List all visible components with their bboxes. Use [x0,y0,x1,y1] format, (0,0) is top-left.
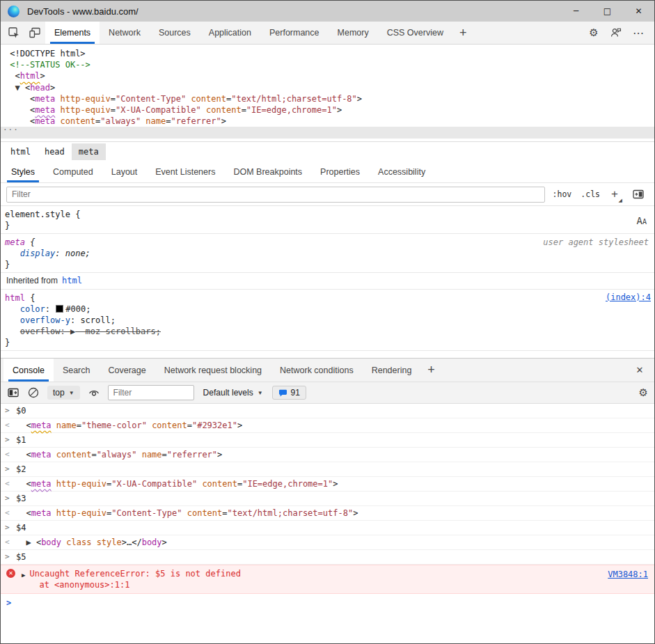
live-expression-eye-icon[interactable] [88,386,100,399]
console-command: $4 [16,522,26,533]
node-more-actions-icon[interactable]: ··· [3,125,19,136]
breadcrumb-html[interactable]: html [3,143,38,160]
dom-node-meta-content-type[interactable]: <meta http-equiv="Content-Type" content=… [1,93,654,104]
console-error-row[interactable]: ✕ ▶ Uncaught ReferenceError: $5 is not d… [1,565,654,594]
tab-memory[interactable]: Memory [329,22,378,44]
console-output-row[interactable]: < <meta name="theme-color" content="#293… [1,418,654,433]
console-sidebar-toggle-icon[interactable] [7,386,19,399]
console-result: <meta content="always" name="referrer"> [16,449,222,460]
dom-node-meta-theme-color-selected[interactable]: ··· <meta name="theme-color" content="#2… [1,127,654,138]
font-editor-icon[interactable]: AA [637,217,647,226]
console-command: $3 [16,493,26,504]
prompt-chevron-icon: > [6,597,11,608]
more-options-icon[interactable]: ⋯ [628,26,649,40]
styles-filter-input[interactable] [6,187,545,203]
settings-gear-icon[interactable]: ⚙ [583,26,604,39]
dom-node-meta-xua[interactable]: <meta http-equiv="X-UA-Compatible" conte… [1,104,654,116]
device-toolbar-icon[interactable] [24,22,45,44]
error-line-2: at <anonymous>:1:1 [29,579,240,590]
close-drawer-icon[interactable]: ✕ [628,359,652,382]
console-input-row[interactable]: >$3 [1,492,654,506]
console-filter-input[interactable] [108,385,194,400]
tab-search[interactable]: Search [54,359,100,382]
console-input-row[interactable]: >$5 [1,550,654,565]
styles-pane: element.style { } AA user agent styleshe… [1,206,654,351]
css-rule-line: display: none; [5,248,654,259]
tab-network-conditions[interactable]: Network conditions [271,359,363,382]
dom-node-head[interactable]: ▼ <head> [1,82,654,93]
add-tab-icon[interactable]: + [452,22,474,44]
console-output-row[interactable]: < <meta http-equiv="Content-Type" conten… [1,506,654,521]
element-class-toggle[interactable]: .cls [579,188,601,201]
console-output-row[interactable]: < <meta http-equiv="X-UA-Compatible" con… [1,477,654,492]
error-source-link[interactable]: VM3848:1 [608,569,648,580]
clear-console-icon[interactable] [27,386,40,399]
console-input-row[interactable]: >$0 [1,404,654,418]
dom-node-comment[interactable]: <!--STATUS OK--> [1,59,654,70]
javascript-context-dropdown[interactable]: top ▼ [47,386,80,400]
console-input-row[interactable]: >$1 [1,433,654,448]
html-style-section[interactable]: (index):4 html { color: #000; overflow-y… [1,290,654,351]
input-chevron-icon: > [5,493,16,504]
css-rule-line: html { [5,292,654,304]
tab-dom-breakpoints[interactable]: DOM Breakpoints [224,162,311,182]
tab-network-request-blocking[interactable]: Network request blocking [155,359,271,382]
dom-node-html[interactable]: <html> [1,70,654,81]
user-agent-style-section[interactable]: user agent stylesheet meta { display: no… [1,234,654,273]
element-style-section[interactable]: element.style { } AA [1,206,654,234]
console-input-row[interactable]: >$2 [1,462,654,477]
tab-event-listeners[interactable]: Event Listeners [146,162,224,182]
add-drawer-tab-icon[interactable]: + [420,359,442,382]
output-chevron-icon: < [5,449,16,460]
tab-computed[interactable]: Computed [44,162,102,182]
tab-styles[interactable]: Styles [2,162,44,182]
input-chevron-icon: > [5,551,16,563]
tab-layout[interactable]: Layout [102,162,147,182]
tab-performance[interactable]: Performance [260,22,329,44]
console-result: <meta http-equiv="Content-Type" content=… [16,508,358,519]
console-result: <meta name="theme-color" content="#2932e… [16,420,242,431]
tab-coverage[interactable]: Coverage [99,359,155,382]
tab-rendering[interactable]: Rendering [363,359,421,382]
stylesheet-source-link[interactable]: (index):4 [606,292,651,302]
breadcrumb-meta[interactable]: meta [72,143,106,160]
expand-triangle-icon[interactable]: ▶ [22,570,25,581]
tab-elements[interactable]: Elements [45,22,100,44]
tab-sources[interactable]: Sources [150,22,200,44]
inspect-element-icon[interactable] [3,22,24,44]
console-input-row[interactable]: >$4 [1,521,654,535]
console-command: $1 [16,434,26,446]
inherited-from-link[interactable]: html [62,276,82,285]
maximize-button[interactable]: □ [592,1,623,22]
css-rule-line: overflow-y: scroll; [5,315,654,326]
inherited-from-label: Inherited from [6,276,58,285]
chevron-down-icon: ▼ [69,390,74,396]
close-button[interactable]: ✕ [623,1,654,22]
tab-network[interactable]: Network [100,22,150,44]
console-result: <meta http-equiv="X-UA-Compatible" conte… [16,478,338,489]
feedback-icon[interactable] [606,26,626,39]
tab-accessibility[interactable]: Accessibility [369,162,434,182]
breadcrumb-head[interactable]: head [38,143,72,160]
console-prompt-row[interactable]: > [1,594,654,612]
tab-console[interactable]: Console [3,359,54,382]
toggle-computed-sidebar-icon[interactable] [628,188,649,201]
tab-css-overview[interactable]: CSS Overview [378,22,452,44]
console-settings-gear-icon[interactable]: ⚙ [639,386,648,399]
input-chevron-icon: > [5,464,16,475]
dom-node-meta-referrer[interactable]: <meta content="always" name="referrer"> [1,116,654,127]
error-message: Uncaught ReferenceError: $5 is not defin… [29,568,240,590]
context-value: top [53,388,65,398]
dom-node-doctype[interactable]: <!DOCTYPE html> [1,48,654,59]
tab-properties[interactable]: Properties [311,162,369,182]
console-output-row[interactable]: < ▶ <body class style>…</body> [1,535,654,550]
new-style-rule-button[interactable]: +◢ [608,187,622,201]
input-chevron-icon: > [5,522,16,533]
log-levels-dropdown[interactable]: Default levels ▼ [202,386,265,400]
minimize-button[interactable]: ─ [560,1,592,22]
console-output-row[interactable]: < <meta content="always" name="referrer"… [1,448,654,462]
pseudo-state-toggle[interactable]: :hov [551,188,574,201]
tab-application[interactable]: Application [200,22,260,44]
console-command: $0 [16,405,26,416]
console-messages-badge[interactable]: 91 [272,386,306,400]
